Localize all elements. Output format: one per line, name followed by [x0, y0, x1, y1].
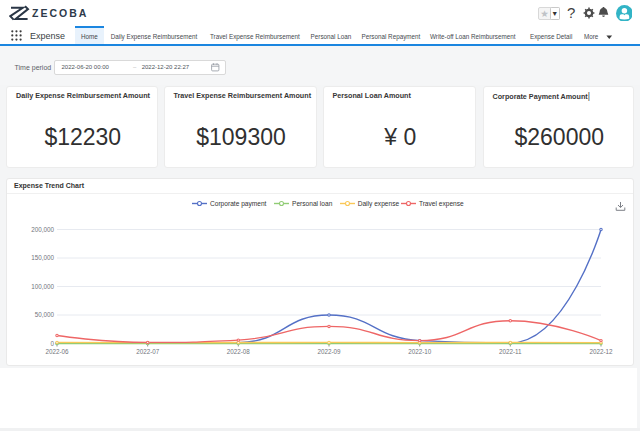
svg-text:150,000: 150,000	[31, 254, 54, 261]
svg-text:200,000: 200,000	[31, 226, 54, 233]
svg-text:2022-08: 2022-08	[227, 348, 251, 355]
svg-text:2022-07: 2022-07	[136, 348, 160, 355]
svg-text:2022-10: 2022-10	[408, 348, 432, 355]
svg-text:100,000: 100,000	[31, 283, 54, 290]
svg-text:50,000: 50,000	[35, 311, 55, 318]
svg-text:2022-09: 2022-09	[317, 348, 341, 355]
svg-text:0: 0	[50, 340, 54, 347]
svg-text:2022-11: 2022-11	[499, 348, 522, 355]
svg-text:2022-12: 2022-12	[589, 348, 613, 355]
svg-text:2022-06: 2022-06	[45, 348, 69, 355]
